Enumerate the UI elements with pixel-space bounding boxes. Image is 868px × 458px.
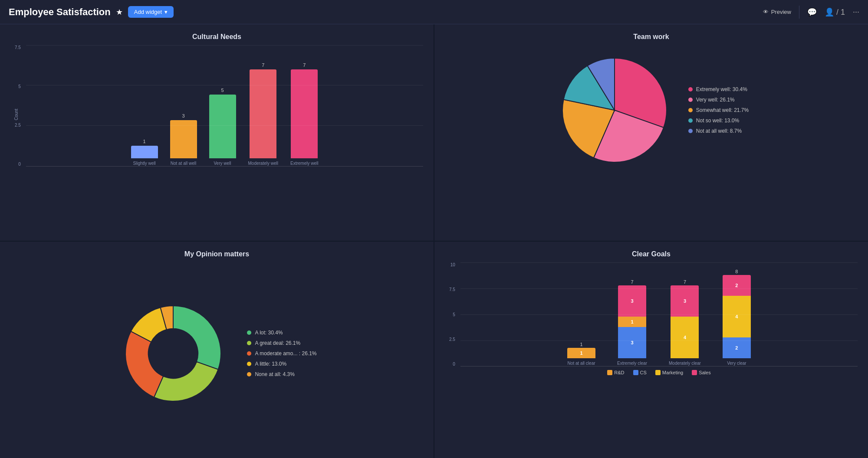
donut-chart-area: A lot: 30.4%A great deal: 26.1%A moderat… [10, 262, 423, 444]
bar-value-label: 7 [303, 62, 306, 68]
bar-group: 5Very well [209, 88, 236, 166]
y-ticks: 7.5 5 2.5 0 [15, 45, 21, 167]
legend-item: CS [633, 370, 647, 375]
stacked-segment: 3 [618, 327, 646, 358]
teamwork-pie-chart [554, 49, 675, 171]
legend-item: A moderate amo... : 26.1% [247, 350, 316, 357]
bar-value-label: 3 [182, 113, 184, 118]
add-widget-label: Add widget [134, 9, 162, 15]
opinion-panel: My Opinion matters A lot: 30.4%A great d… [0, 242, 434, 458]
legend-label: Sales [699, 370, 711, 375]
legend-label: A little: 13.0% [255, 361, 286, 367]
bar-group: 3Not at all well [170, 113, 197, 166]
opinion-title: My Opinion matters [10, 250, 423, 258]
legend-label: Not so well: 13.0% [696, 118, 739, 124]
stacked-x-label: Very clear [727, 361, 746, 366]
stacked-bar-group: 743Moderately clear [669, 279, 701, 366]
bar [170, 120, 197, 158]
preview-label: Preview [771, 9, 791, 15]
star-icon[interactable]: ★ [116, 7, 123, 17]
bar [250, 69, 276, 158]
legend-dot [247, 330, 251, 335]
bar-x-label: Extremely well [290, 161, 318, 166]
dashboard: Cultural Needs Count 7.5 5 2.5 0 1Slight… [0, 24, 868, 458]
legend-dot [247, 372, 251, 376]
preview-button[interactable]: 👁 Preview [763, 9, 791, 15]
header: Employee Satisfaction ★ Add widget ▾ 👁 P… [0, 0, 868, 24]
legend-label: Marketing [662, 370, 683, 375]
legend-item: Marketing [655, 370, 683, 375]
bar-group: 1Slightly well [131, 139, 158, 166]
stacked-bar-group: 8242Very clear [723, 269, 751, 366]
bar-x-label: Very well [214, 161, 231, 166]
grid-line-1 [26, 85, 423, 85]
chat-icon[interactable]: 💬 [807, 7, 817, 17]
pie-segment [125, 331, 163, 397]
legend-dot [247, 362, 251, 366]
pie-segment [154, 362, 218, 401]
legend-item: Not at all well: 8.7% [688, 128, 749, 134]
bar-chart-area: 1Slightly well3Not at all well5Very well… [26, 45, 423, 167]
bar-x-label: Slightly well [133, 161, 155, 166]
legend-item: Extremely well: 30.4% [688, 86, 749, 92]
team-work-panel: Team work Extremely well: 30.4%Very well… [434, 24, 868, 241]
bar [209, 95, 236, 158]
stacked-x-label: Not at all clear [568, 361, 595, 366]
more-options-icon[interactable]: ··· [853, 7, 859, 16]
legend-label: Extremely well: 30.4% [696, 86, 747, 92]
legend-item: A lot: 30.4% [247, 330, 316, 336]
legend-dot [247, 351, 251, 356]
grid-line-2 [26, 125, 423, 126]
legend-dot [688, 129, 693, 133]
legend-item: A little: 13.0% [247, 361, 316, 367]
clear-goals-panel: Clear Goals 10 7.5 5 2.5 0 11Not at all … [434, 242, 868, 458]
stacked-bar: 43 [671, 285, 699, 358]
stacked-segment: 4 [723, 296, 751, 337]
team-work-title: Team work [445, 33, 858, 41]
bar-groups: 1Slightly well3Not at all well5Very well… [26, 45, 423, 167]
stacked-bar: 1 [567, 348, 595, 358]
opinion-legend: A lot: 30.4%A great deal: 26.1%A moderat… [247, 330, 316, 377]
stacked-bar: 242 [723, 275, 751, 358]
bar-x-label: Not at all well [171, 161, 196, 166]
grid-line-3 [26, 166, 423, 167]
bar-total-label: 7 [631, 279, 633, 285]
legend-rect [655, 370, 661, 375]
legend-rect [692, 370, 697, 375]
opinion-donut-chart [117, 297, 230, 410]
users-icon[interactable]: 👤 / 1 [825, 7, 845, 17]
legend-dot [247, 341, 251, 345]
legend-rect [633, 370, 638, 375]
add-widget-button[interactable]: Add widget ▾ [128, 6, 174, 18]
page-title: Employee Satisfaction [9, 7, 111, 18]
chevron-down-icon: ▾ [164, 9, 168, 15]
pie-segment [173, 306, 221, 370]
divider [799, 6, 799, 19]
legend-dot [688, 87, 693, 92]
legend-item: A great deal: 26.1% [247, 340, 316, 346]
bar-value-label: 7 [262, 62, 264, 68]
cultural-needs-panel: Cultural Needs Count 7.5 5 2.5 0 1Slight… [0, 24, 434, 241]
legend-label: R&D [614, 370, 624, 375]
stacked-bar-group: 7313Extremely clear [617, 279, 647, 366]
teamwork-legend: Extremely well: 30.4%Very well: 26.1%Som… [688, 86, 749, 134]
pie-chart-area: Extremely well: 30.4%Very well: 26.1%Som… [445, 45, 858, 171]
bar-x-label: Moderately well [248, 161, 278, 166]
legend-dot [688, 98, 693, 102]
legend-dot [688, 108, 693, 112]
legend-item: Somewhat well: 21.7% [688, 107, 749, 113]
legend-label: Not at all well: 8.7% [696, 128, 742, 134]
cultural-needs-title: Cultural Needs [10, 33, 423, 41]
bar-total-label: 7 [684, 279, 686, 285]
legend-label: Somewhat well: 21.7% [696, 107, 749, 113]
legend-dot [688, 118, 693, 123]
stacked-segment: 3 [618, 285, 646, 317]
legend-item: Very well: 26.1% [688, 97, 749, 103]
stacked-segment: 1 [618, 317, 646, 327]
legend-label: A moderate amo... : 26.1% [255, 350, 316, 357]
stacked-segment: 1 [567, 348, 595, 358]
eye-icon: 👁 [763, 9, 769, 15]
bar-group: 7Extremely well [290, 62, 318, 166]
stacked-segment: 4 [671, 317, 699, 358]
legend-label: A great deal: 26.1% [255, 340, 300, 346]
